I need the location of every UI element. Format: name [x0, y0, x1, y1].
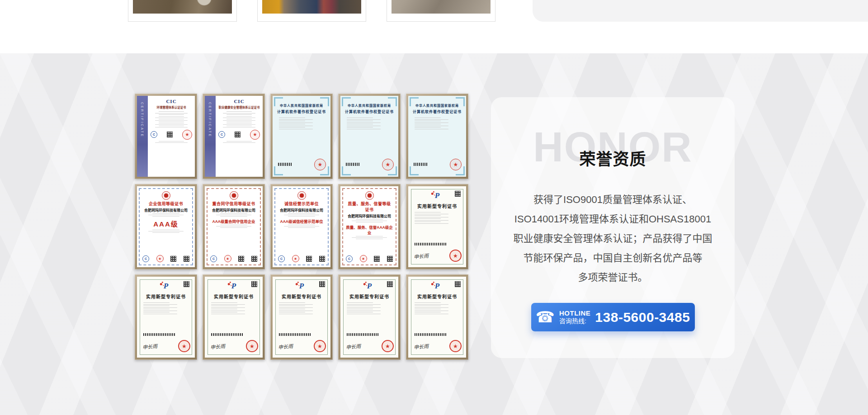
qr-code: [387, 256, 393, 262]
certificate-signature: 申长雨: [142, 342, 157, 350]
certificate-12[interactable]: P 实用新型专利证书 申长雨 ★: [203, 274, 265, 360]
certificate-signature: 申长雨: [210, 342, 225, 350]
certificate-1[interactable]: CERTIFICATE CIC 环境管理体系认证证书 C ★: [135, 94, 197, 179]
hotline-label-en: HOTLINE: [559, 309, 590, 317]
certificate-title: 质量、服务、信誉等级证书: [346, 201, 393, 212]
red-emblem-icon: [297, 191, 306, 200]
red-star-seal: ★: [224, 255, 231, 262]
qr-code: [184, 281, 189, 287]
certificate-10[interactable]: P 实用新型专利证书 申长雨 ★: [406, 184, 468, 269]
cic-round-seal: C: [218, 131, 225, 138]
certificate-8[interactable]: 诚信经营示范单位 合肥珂玛环保科技有限公司 AAA级诚信经营示范单位 C ★: [270, 184, 333, 269]
certificate-award: 质量、服务、信誉AAA级企业: [346, 224, 393, 235]
certificate-title: 实用新型专利证书: [408, 293, 466, 300]
certificate-13[interactable]: P 实用新型专利证书 申长雨 ★: [270, 274, 333, 360]
barcode: [143, 333, 176, 336]
certificate-company: 合肥珂玛环保科技有限公司: [142, 208, 189, 212]
certificate-6[interactable]: 企业信用等级证书 合肥珂玛环保科技有限公司 AAA级 C ★: [135, 184, 197, 269]
certificate-company: 合肥珂玛环保科技有限公司: [346, 213, 393, 218]
certificate-issuer-logo: CIC: [150, 99, 193, 104]
qr-code: [184, 256, 189, 262]
barcode: [415, 243, 447, 245]
red-star-seal: ★: [292, 255, 299, 262]
certificate-4[interactable]: 中华人民共和国国家版权局 计算机软件著作权登记证书 ★: [338, 94, 401, 179]
red-star-seal: ★: [382, 159, 394, 170]
red-emblem-seal: ★: [449, 250, 462, 262]
certificate-signature: 申长雨: [413, 342, 429, 350]
red-emblem-seal: ★: [314, 340, 326, 352]
certificate-11[interactable]: P 实用新型专利证书 申长雨 ★: [135, 274, 197, 360]
certificate-title: 环境管理体系认证证书: [150, 105, 193, 109]
project-photo-card-3[interactable]: [387, 0, 495, 22]
certificate-15[interactable]: P 实用新型专利证书 申长雨 ★: [406, 274, 468, 360]
excavation-site-with-green-net: [133, 0, 232, 14]
qr-code: [306, 256, 312, 262]
cic-round-seal: C: [151, 131, 157, 138]
qr-code: [170, 256, 176, 262]
certificate-14[interactable]: P 实用新型专利证书 申长雨 ★: [338, 274, 401, 360]
honor-description: 获得了ISO9001质量管理体系认证、 ISO14001环境管理体系认证和OHS…: [504, 190, 722, 287]
qr-code: [251, 256, 257, 262]
hotline-button[interactable]: ☎ HOTLINE 咨询热线: 138-5600-3485: [531, 303, 695, 331]
barcode: [211, 333, 244, 336]
cnipa-logo: P: [231, 281, 236, 291]
honor-title: 荣誉资质: [491, 151, 735, 168]
blue-round-seal: C: [278, 255, 285, 262]
red-emblem-seal: ★: [178, 340, 190, 352]
red-emblem-icon: [230, 191, 238, 200]
certificate-issuer-logo: CIC: [217, 99, 261, 104]
cnipa-logo: P: [435, 281, 439, 291]
red-star-seal: ★: [182, 130, 192, 140]
red-emblem-icon: [365, 191, 374, 200]
crane-truck-construction-site: [262, 0, 361, 14]
cnipa-logo: P: [299, 281, 304, 291]
red-star-seal: ★: [450, 159, 462, 170]
certificate-title: 实用新型专利证书: [205, 293, 263, 300]
barcode: [347, 333, 379, 336]
certificate-signature: 申长雨: [345, 342, 361, 350]
qr-code: [251, 281, 257, 287]
hotline-number: 138-5600-3485: [595, 310, 690, 325]
certificate-2[interactable]: CERTIFICATE CIC 职业健康安全管理体系认证证书 C ★: [203, 94, 265, 179]
project-photo-card-1[interactable]: [128, 0, 237, 22]
certificate-title: 重合同守信用等级证书: [210, 201, 257, 207]
qr-code: [167, 132, 173, 137]
qr-code: [319, 256, 325, 262]
certificate-signature: 申长雨: [413, 251, 429, 259]
qr-code: [319, 281, 325, 287]
certificate-9[interactable]: 质量、服务、信誉等级证书 合肥珂玛环保科技有限公司 质量、服务、信誉AAA级企业…: [338, 184, 401, 269]
red-emblem-seal: ★: [246, 340, 258, 352]
certificate-7[interactable]: 重合同守信用等级证书 合肥珂玛环保科技有限公司 AAA级重合同守信用企业 C ★: [203, 184, 265, 269]
certificate-title: 实用新型专利证书: [273, 293, 330, 300]
certificate-side-band: CERTIFICATE: [205, 96, 216, 177]
certificate-title: 职业健康安全管理体系认证证书: [217, 105, 261, 109]
certificate-5[interactable]: 中华人民共和国国家版权局 计算机软件著作权登记证书 ★: [406, 94, 468, 179]
top-content-strip: [0, 0, 868, 53]
qr-code: [238, 256, 244, 262]
red-star-seal: ★: [250, 130, 260, 140]
barcode: [415, 333, 447, 336]
barcode: [278, 163, 292, 166]
red-emblem-seal: ★: [449, 340, 462, 352]
cnipa-logo: P: [164, 281, 168, 291]
qr-code: [374, 256, 380, 262]
hotline-labels: HOTLINE 咨询热线:: [559, 309, 590, 325]
certificate-3[interactable]: 中华人民共和国国家版权局 计算机软件著作权登记证书 ★: [270, 94, 333, 179]
qr-code: [235, 132, 241, 137]
hotline-label-zh: 咨询热线:: [559, 317, 590, 325]
barcode: [346, 163, 359, 166]
cnipa-logo: P: [367, 281, 372, 291]
blue-round-seal: C: [210, 255, 217, 262]
certificate-company: 合肥珂玛环保科技有限公司: [210, 208, 257, 212]
top-right-panel: [533, 0, 868, 22]
qr-code: [455, 281, 461, 287]
certificate-title: 实用新型专利证书: [340, 293, 398, 300]
certificate-award: AAA级: [142, 219, 189, 228]
concrete-pit-tank: [392, 0, 491, 14]
cnipa-logo: P: [435, 191, 439, 201]
phone-icon: ☎: [536, 309, 555, 325]
honor-section: CERTIFICATE CIC 环境管理体系认证证书 C ★ CERTIFICA…: [0, 53, 868, 415]
red-emblem-icon: [162, 191, 170, 200]
project-photo-card-2[interactable]: [257, 0, 366, 22]
certificate-company: 合肥珂玛环保科技有限公司: [278, 208, 325, 212]
